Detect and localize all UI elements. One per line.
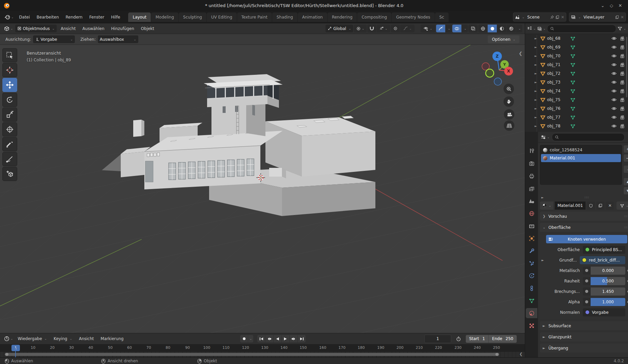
properties-tab[interactable] <box>526 258 537 268</box>
menu-item[interactable]: Hilfe <box>108 11 123 23</box>
editor-type-icon[interactable]: ⌄ <box>3 26 15 31</box>
jump-to-end-button[interactable] <box>298 335 306 342</box>
properties-search-input[interactable] <box>552 133 625 141</box>
xray-toggle[interactable] <box>468 25 478 32</box>
tool-button[interactable] <box>2 122 17 136</box>
material-slot-name[interactable]: color_12568524 <box>550 148 582 152</box>
tool-button[interactable] <box>2 152 17 166</box>
menu-item[interactable]: Fenster <box>86 11 108 23</box>
region-collapse-icon[interactable]: ❮ <box>519 51 522 56</box>
properties-tab[interactable] <box>526 221 537 231</box>
outliner-search-input[interactable] <box>547 25 616 33</box>
surface-shader-field[interactable]: Principled BS... <box>583 246 625 254</box>
optionen-dropdown[interactable]: Optionen ⌄ <box>488 35 519 43</box>
input-socket-icon[interactable] <box>583 287 591 296</box>
move-slot-up-button[interactable]: ▲ <box>623 178 628 186</box>
tool-button[interactable] <box>2 78 17 92</box>
window-maximize-icon[interactable]: ◇ <box>607 3 616 8</box>
tool-button[interactable] <box>2 167 17 181</box>
outliner-row[interactable]: ► obj_72 <box>525 69 628 78</box>
collapsed-panel-header[interactable]: ► Subsurface <box>540 321 628 330</box>
prev-keyframe-button[interactable] <box>265 335 273 342</box>
scrollbar-right-knob[interactable] <box>495 353 498 356</box>
surface-panel-header[interactable]: ⌄ Oberfläche ∷∷ <box>540 223 628 232</box>
scene-selector[interactable]: ⌄ Scene ✕ <box>513 12 567 22</box>
shading-rendered-button[interactable] <box>507 25 516 32</box>
outliner-row[interactable]: ► obj_75 <box>525 95 628 104</box>
next-keyframe-button[interactable] <box>290 335 297 342</box>
input-socket-icon[interactable] <box>583 267 591 275</box>
properties-tab[interactable] <box>526 158 537 169</box>
unlink-material-icon[interactable]: ✕ <box>606 202 614 210</box>
properties-tab[interactable] <box>526 246 537 256</box>
hide-eye-icon[interactable] <box>611 54 617 58</box>
properties-tab[interactable] <box>526 321 537 331</box>
play-reverse-button[interactable] <box>274 335 281 342</box>
outliner-row[interactable]: ► obj_73 <box>525 78 628 87</box>
object-name[interactable]: obj_72 <box>547 71 569 76</box>
blender-menu-icon[interactable]: ⌄ <box>2 15 16 20</box>
input-socket-icon[interactable] <box>583 298 591 306</box>
outliner-editor-icon[interactable]: ⌄ <box>527 26 536 31</box>
stopwatch-icon[interactable] <box>456 336 461 341</box>
animate-dot[interactable] <box>625 301 628 303</box>
pivot-point-button[interactable]: ⌄ <box>354 25 367 32</box>
animate-dot[interactable] <box>625 291 628 293</box>
play-button[interactable] <box>282 335 289 342</box>
properties-tab[interactable] <box>526 196 537 206</box>
copy-material-icon[interactable] <box>596 202 604 210</box>
viewport-canvas[interactable]: Benutzeransicht (1) Collection | obj_89 <box>0 45 525 333</box>
start-frame-field[interactable]: Start 1 <box>466 335 488 343</box>
object-name[interactable]: obj_70 <box>547 54 569 58</box>
timeline-ruler[interactable]: 1020304050607080901001101201301401501601… <box>0 344 525 352</box>
proportional-edit-icon[interactable] <box>391 25 400 32</box>
hide-eye-icon[interactable] <box>611 36 617 41</box>
ziehen-dropdown[interactable]: Auswahlbox ⌄ <box>98 35 138 43</box>
record-dropdown[interactable]: ⌄ <box>248 335 253 342</box>
hide-eye-icon[interactable] <box>611 63 617 67</box>
expand-icon[interactable]: ► <box>535 124 539 128</box>
workspace-tab[interactable]: UV Editing <box>207 12 237 22</box>
object-name[interactable]: obj_74 <box>547 89 569 93</box>
value-slider[interactable]: 1.450 <box>591 287 625 296</box>
base-color-field[interactable]: red_brick_diff... <box>580 256 625 264</box>
material-slot[interactable]: color_12568524 <box>541 146 621 154</box>
timeline-menu-item[interactable]: Wiedergabe⌄ <box>15 333 51 344</box>
window-shade-icon[interactable]: ⌄ <box>598 3 607 8</box>
tool-button[interactable] <box>2 108 17 122</box>
expand-icon[interactable]: ► <box>535 89 539 93</box>
transform-orientation[interactable]: Global ⌄ <box>325 25 353 32</box>
remove-icon[interactable]: ✕ <box>621 15 624 20</box>
collapsed-panel-header[interactable]: ► Glanzpunkt <box>540 332 628 341</box>
hide-eye-icon[interactable] <box>611 124 617 128</box>
workspace-tab[interactable]: Sc <box>435 12 449 22</box>
workspace-tab[interactable]: Animation <box>298 12 327 22</box>
object-name[interactable]: obj_69 <box>547 45 569 50</box>
animate-dot[interactable] <box>625 270 628 272</box>
material-name-field[interactable]: Material.001 <box>555 202 586 210</box>
timeline-menu-item[interactable]: Ansicht⌄ <box>76 333 97 344</box>
new-copy-icon[interactable] <box>555 15 560 19</box>
expand-icon[interactable]: ► <box>535 46 539 49</box>
workspace-tab[interactable]: Sculpting <box>179 12 206 22</box>
workspace-tab[interactable]: Texture Paint <box>237 12 272 22</box>
tool-button[interactable] <box>2 93 17 107</box>
outliner-row[interactable]: ► obj_69 <box>525 43 628 52</box>
region-expand-icon[interactable]: ❮ <box>519 352 522 356</box>
workspace-tab[interactable]: Geometry Nodes <box>392 12 434 22</box>
expand-icon[interactable]: ► <box>540 259 545 262</box>
disable-render-icon[interactable] <box>620 36 625 41</box>
disable-render-icon[interactable] <box>620 54 625 58</box>
hide-eye-icon[interactable] <box>611 107 617 111</box>
value-slider[interactable]: 0.000 <box>591 267 625 275</box>
overlays-dropdown[interactable]: ⌄ <box>462 25 468 32</box>
properties-tab[interactable] <box>526 271 537 281</box>
disable-render-icon[interactable] <box>620 98 625 102</box>
object-name[interactable]: obj_76 <box>547 106 569 111</box>
end-frame-field[interactable]: Ende 250 <box>488 335 517 343</box>
hide-eye-icon[interactable] <box>611 80 617 85</box>
properties-tab[interactable] <box>526 233 537 243</box>
disable-render-icon[interactable] <box>620 45 625 50</box>
menu-item[interactable]: Rendern <box>62 11 86 23</box>
preview-panel-header[interactable]: ❯ Vorschau ∷∷ <box>540 212 628 221</box>
